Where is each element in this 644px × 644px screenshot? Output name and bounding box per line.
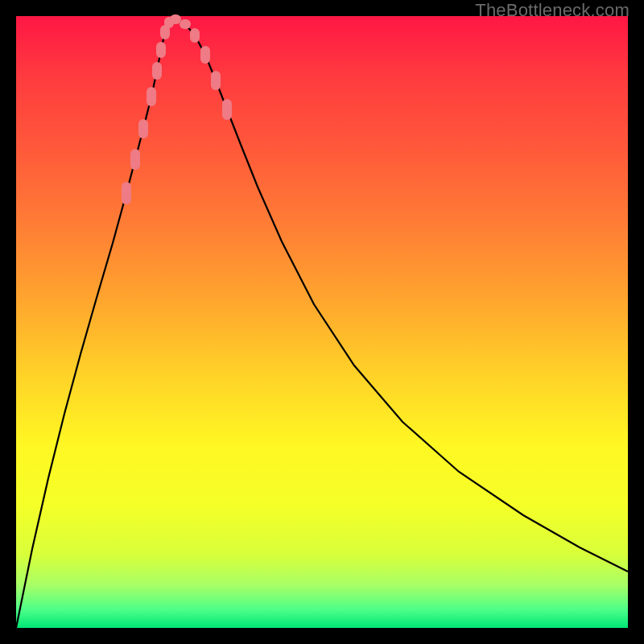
marker-dot: [138, 119, 148, 138]
marker-group: [122, 14, 232, 204]
bottleneck-curve: [16, 19, 628, 628]
chart-frame: TheBottleneck.com: [0, 0, 644, 644]
marker-dot: [170, 14, 181, 24]
plot-area: [16, 16, 628, 628]
marker-dot: [222, 99, 232, 120]
marker-dot: [156, 42, 166, 58]
marker-dot: [152, 62, 162, 80]
marker-dot: [190, 28, 200, 43]
marker-dot: [122, 182, 131, 204]
marker-dot: [147, 87, 156, 106]
marker-dot: [200, 46, 210, 64]
marker-dot: [130, 149, 140, 170]
marker-dot: [180, 19, 191, 29]
marker-dot: [211, 71, 221, 90]
curve-svg: [16, 16, 628, 628]
